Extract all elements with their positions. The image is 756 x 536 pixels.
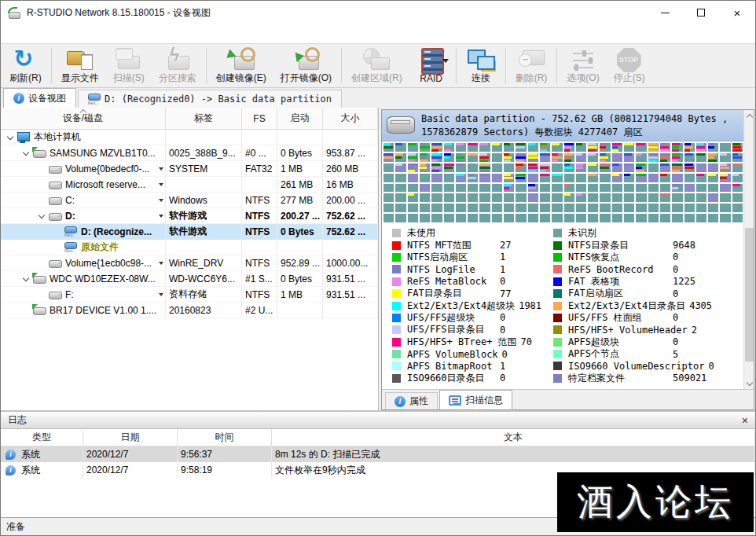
device-icon <box>48 193 63 207</box>
device-label: 资料存储 <box>169 288 207 301</box>
device-row[interactable]: SAMSUNG MZVLB1T0... 0025_388B_9... #0 ..… <box>1 145 378 161</box>
scan-block-map[interactable] <box>383 142 743 223</box>
header-start[interactable]: 启动 <box>277 108 323 129</box>
device-row[interactable]: F: 资料存储 NTFS 1 MB 931.51 ... <box>1 287 378 303</box>
log-header-date[interactable]: 日期 <box>83 429 178 446</box>
header-device-disk[interactable]: 设备/磁盘 <box>1 108 166 129</box>
device-row[interactable]: WDC WD10EZEX-08W... WD-WCC6Y6... #1 S...… <box>1 271 378 287</box>
toolbar-button[interactable]: 刷新(R) <box>2 45 49 86</box>
info-tab[interactable]: 扫描信息 <box>439 390 512 409</box>
toolbar-button[interactable]: 扫描(S) <box>106 45 152 86</box>
legend-item: 特定档案文件 509021 <box>553 373 732 384</box>
legend-item: NTFS LogFile 1 <box>392 263 553 275</box>
view-tab-label: 设备视图 <box>28 92 66 105</box>
toolbar-button[interactable]: 显示文件 <box>54 45 106 86</box>
toolbar-separator <box>51 48 52 83</box>
device-row[interactable]: Microsoft reserve... 261 MB 16 MB <box>1 177 378 193</box>
toolbar-button-label: 选项(O) <box>567 72 599 85</box>
toolbar-button-label: RAID <box>420 73 442 84</box>
legend-item: Ext2/Ext3/Ext4超级块 1981 <box>392 299 553 311</box>
device-icon <box>48 209 63 222</box>
toolbar-button[interactable]: 选项(O) <box>560 45 606 86</box>
partition-panel: Basic data partition - 752.62 GB (808121… <box>381 109 754 410</box>
legend-item: APFS超级块 0 <box>553 336 732 348</box>
legend-item: NTFS启动扇区 1 <box>392 251 553 263</box>
toolbar-button[interactable]: 分区搜索 <box>152 45 204 86</box>
toolbar-button[interactable]: 创建镜像(E) <box>209 45 273 86</box>
scroll-down-icon[interactable] <box>744 378 754 389</box>
toolbar-button[interactable]: RAID <box>409 45 453 86</box>
row-dropdown-icon[interactable] <box>159 215 163 218</box>
toolbar-button-icon <box>417 47 446 73</box>
partition-header: Basic data partition - 752.62 GB (808121… <box>382 110 743 141</box>
legend-color-swatch <box>392 350 401 358</box>
legend-item: NTFS恢复点 0 <box>553 251 732 263</box>
device-size: 953.87 ... <box>326 148 365 159</box>
toolbar-button-icon <box>362 47 391 72</box>
legend-color-swatch <box>553 350 562 358</box>
header-size[interactable]: 大小 <box>323 108 378 129</box>
log-header-type[interactable]: 类型 <box>1 429 83 446</box>
expander-icon[interactable] <box>37 211 48 222</box>
device-icon <box>64 240 79 254</box>
device-icon <box>48 162 63 175</box>
row-dropdown-icon[interactable] <box>159 199 163 202</box>
scroll-up-icon[interactable] <box>744 110 754 121</box>
header-label[interactable]: 标签 <box>166 108 242 129</box>
toolbar-button[interactable]: 删除(R) <box>508 45 555 86</box>
row-dropdown-icon[interactable] <box>159 183 163 186</box>
legend-item: UFS/FFS 柱面组 0 <box>553 312 732 324</box>
device-row[interactable]: 本地计算机 <box>1 130 378 145</box>
expander-icon[interactable] <box>6 132 17 143</box>
device-fs: #1 S... <box>245 274 273 285</box>
legend-label: APFS个节点 <box>568 347 673 361</box>
header-fs[interactable]: FS <box>242 108 277 129</box>
legend-count: 1 <box>500 264 505 275</box>
legend-color-swatch <box>392 314 401 322</box>
legend-count: 0 <box>673 336 678 347</box>
log-header-text[interactable]: 文本 <box>272 429 755 446</box>
view-tab[interactable]: D: (Recognized0) -> Basic data partition <box>78 90 342 108</box>
scan-legend: 未使用 NTFS MFT范围 27 NTFS启动扇区 1 NT <box>382 223 743 389</box>
toolbar-button[interactable]: 打开镜像(O) <box>273 45 339 86</box>
device-row[interactable]: D: (Recognize... 软件游戏 NTFS 0 Bytes 752.6… <box>1 224 378 240</box>
log-header-time[interactable]: 时间 <box>178 429 272 446</box>
legend-item: ISO9660 VolumeDescriptor 0 <box>553 360 732 372</box>
maximize-icon[interactable] <box>683 1 719 24</box>
close-icon[interactable]: × <box>719 1 755 24</box>
expander-icon[interactable] <box>21 148 32 159</box>
row-dropdown-icon[interactable] <box>159 167 163 171</box>
toolbar-button[interactable]: 连接 <box>459 45 503 86</box>
device-row[interactable]: Volume{1ecb0c98-... WinRE_DRV NTFS 952.8… <box>1 255 378 271</box>
row-dropdown-icon[interactable] <box>159 262 163 265</box>
device-row[interactable]: BR17 DEVICE V1.00 1.... 20160823 #2 U... <box>1 303 378 318</box>
legend-count: 0 <box>673 312 678 323</box>
toolbar-button[interactable]: 创建区域(R) <box>344 45 409 86</box>
device-row[interactable]: D: 软件游戏 NTFS 200.27 ... 752.62 ... <box>1 208 378 224</box>
device-size: 752.62 ... <box>326 211 365 222</box>
scrollbar-thumb[interactable] <box>745 228 754 362</box>
info-tab-bar: 属性 扫描信息 <box>382 389 754 409</box>
legend-count: 1225 <box>673 276 695 287</box>
log-date: 2020/12/7 <box>86 464 128 475</box>
device-name: Microsoft reserve... <box>65 179 145 190</box>
expander-icon[interactable] <box>21 274 32 285</box>
device-fs: NTFS <box>245 195 270 206</box>
device-row[interactable]: 原始文件 <box>1 240 378 255</box>
legend-count: 0 <box>673 288 678 299</box>
info-tab[interactable]: 属性 <box>385 392 438 409</box>
main-area: 设备/磁盘 标签 FS 启动 大小 本地计算机 <box>1 108 755 410</box>
scrollbar[interactable] <box>743 110 754 389</box>
log-row[interactable]: 系统 2020/12/7 9:56:37 8m 12s 的 D: 扫描已完成 <box>1 446 755 462</box>
toolbar-button[interactable]: 停止(S) <box>607 45 652 86</box>
row-dropdown-icon[interactable] <box>159 293 163 296</box>
device-name: Volume{0bedecf0-... <box>65 163 149 174</box>
legend-color-swatch <box>553 289 562 298</box>
legend-label: ReFS MetaBlock <box>407 276 500 287</box>
view-tab[interactable]: 设备视图 <box>3 88 76 108</box>
device-row[interactable]: C: Windows NTFS 277 MB 200.00 ... <box>1 193 378 208</box>
log-close-icon[interactable] <box>742 415 748 426</box>
device-row[interactable]: Volume{0bedecf0-... SYSTEM FAT32 1 MB 26… <box>1 161 378 177</box>
legend-count: 2 <box>692 325 697 336</box>
minimize-icon[interactable] <box>647 1 683 24</box>
